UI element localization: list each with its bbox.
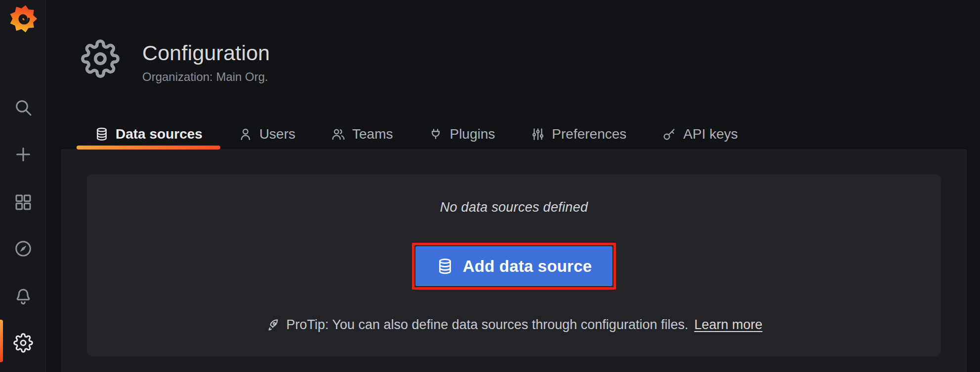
tab-api-keys[interactable]: API keys [644,118,755,149]
tab-data-sources[interactable]: Data sources [77,118,220,149]
database-icon [94,127,109,142]
tab-label: Preferences [552,126,626,142]
gear-icon [13,333,33,353]
sidebar-item-explore[interactable] [0,225,46,272]
users-icon [331,127,346,142]
sidebar-item-configuration[interactable] [0,320,46,366]
bell-icon [13,286,33,306]
sidebar-active-indicator [0,320,3,362]
add-data-source-button[interactable]: Add data source [415,246,613,286]
learn-more-link[interactable]: Learn more [694,317,762,333]
tab-teams[interactable]: Teams [313,118,410,149]
tab-preferences[interactable]: Preferences [513,118,644,149]
plus-icon [13,145,33,164]
empty-list-card: No data sources defined Add data source [87,174,941,356]
grafana-configuration-page: Configuration Organization: Main Org. Da… [0,0,980,372]
page-subtitle: Organization: Main Org. [142,71,270,83]
rocket-icon [265,318,280,333]
key-icon [662,127,677,142]
search-icon [13,98,33,117]
page-header: Configuration Organization: Main Org. [81,39,270,83]
sidebar-item-create[interactable] [0,131,46,178]
sidebar-item-alerting[interactable] [0,273,46,319]
tab-label: Data sources [116,126,203,142]
tab-content-panel: No data sources defined Add data source [61,149,967,372]
database-icon [436,258,454,275]
dashboards-grid-icon [13,192,33,212]
tab-label: Plugins [449,126,495,142]
tab-label: Users [259,126,295,142]
tab-label: API keys [683,126,737,142]
configuration-gear-icon [81,39,120,78]
plug-icon [428,127,443,142]
main-content: Configuration Organization: Main Org. Da… [46,0,980,372]
sidebar-item-search[interactable] [0,84,46,131]
tab-label: Teams [352,126,393,142]
sliders-icon [531,127,545,142]
sidebar [0,0,46,372]
protip-text: ProTip: You can also define data sources… [286,317,688,333]
annotation-highlight-box: Add data source [412,243,616,290]
page-title: Configuration [142,41,270,64]
tab-bar: Data sources Users [77,118,756,149]
grafana-logo[interactable] [7,4,40,34]
add-data-source-label: Add data source [463,257,592,276]
user-icon [238,127,253,142]
compass-icon [13,239,33,259]
tab-plugins[interactable]: Plugins [410,118,513,149]
sidebar-item-dashboards[interactable] [0,179,46,225]
tab-users[interactable]: Users [220,118,313,149]
protip: ProTip: You can also define data sources… [265,317,762,333]
active-tab-indicator [77,146,220,149]
empty-state-message: No data sources defined [440,200,588,215]
